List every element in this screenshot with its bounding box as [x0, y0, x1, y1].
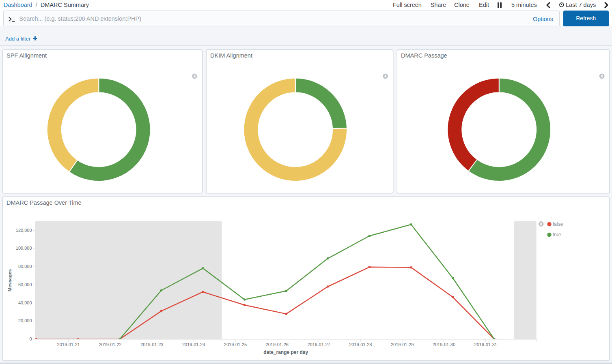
- svg-text:2019-01-24: 2019-01-24: [182, 342, 205, 347]
- svg-text:2019-01-22: 2019-01-22: [99, 342, 121, 347]
- svg-text:2019-01-23: 2019-01-23: [140, 342, 163, 347]
- svg-text:0: 0: [29, 336, 32, 341]
- svg-text:date_range per day: date_range per day: [263, 349, 308, 355]
- svg-text:2019-01-25: 2019-01-25: [224, 342, 247, 347]
- svg-text:60,000: 60,000: [18, 282, 32, 287]
- svg-text:40,000: 40,000: [18, 300, 32, 305]
- svg-text:120,000: 120,000: [16, 227, 32, 232]
- svg-text:2019-01-26: 2019-01-26: [266, 342, 289, 347]
- svg-text:2019-01-21: 2019-01-21: [57, 342, 80, 347]
- svg-text:Messages: Messages: [7, 269, 12, 291]
- svg-text:20,000: 20,000: [18, 318, 32, 323]
- svg-text:100,000: 100,000: [16, 246, 32, 251]
- svg-text:2019-01-28: 2019-01-28: [349, 342, 372, 347]
- svg-text:true: true: [553, 232, 561, 238]
- svg-text:false: false: [553, 221, 563, 227]
- svg-text:2019-01-27: 2019-01-27: [307, 342, 330, 347]
- svg-text:2019-01-30: 2019-01-30: [433, 342, 455, 347]
- svg-text:80,000: 80,000: [18, 264, 32, 269]
- svg-text:2019-01-29: 2019-01-29: [391, 342, 414, 347]
- svg-text:2019-01-31: 2019-01-31: [474, 342, 497, 347]
